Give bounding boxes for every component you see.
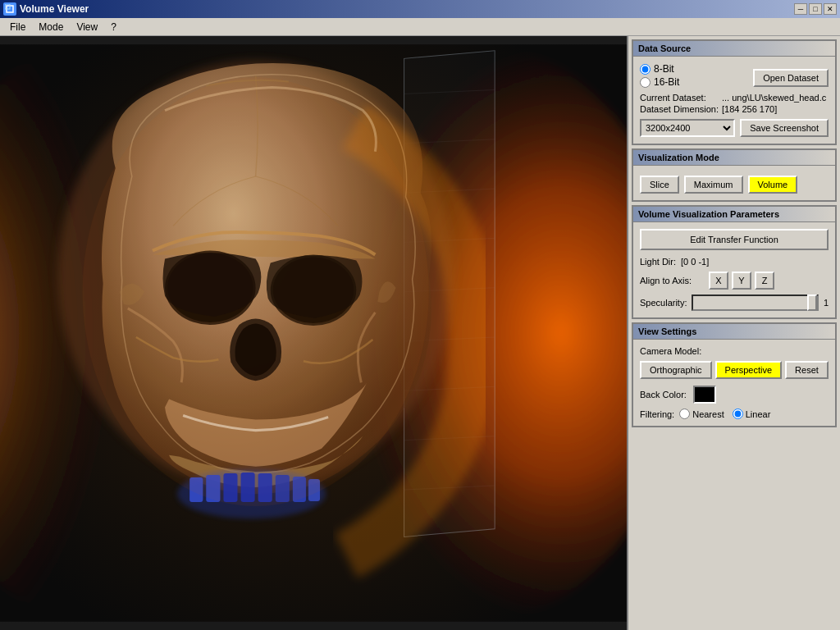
back-color-label: Back Color: [640,390,687,399]
back-color-swatch[interactable] [693,386,716,404]
edit-transfer-function-button[interactable]: Edit Transfer Function [640,229,829,250]
window-controls: ─ □ ✕ [794,3,837,15]
specularity-slider[interactable] [692,294,818,311]
back-color-row: Back Color: [640,386,829,404]
volume-params-title: Volume Visualization Parameters [633,207,835,222]
close-button[interactable]: ✕ [824,3,837,15]
menu-bar: File Mode View ? [0,18,840,36]
data-source-section: Data Source 8-Bit 16-Bit Open Dataset [632,39,837,145]
minimize-button[interactable]: ─ [794,3,807,15]
perspective-button[interactable]: Perspective [715,361,782,379]
svg-point-32 [83,77,429,506]
dataset-dimension-row: Dataset Dimension: [184 256 170] [640,104,829,114]
filtering-row: Filtering: Nearest Linear [640,409,829,419]
16bit-radio[interactable] [640,77,651,88]
linear-option: Linear [733,409,771,419]
light-dir-val: [0 0 -1] [681,257,709,267]
volume-params-section: Volume Visualization Parameters Edit Tra… [632,205,837,319]
window-title: Volume Viewer [20,3,794,15]
volume-button[interactable]: Volume [748,176,798,194]
8bit-radio[interactable] [640,64,651,75]
nearest-option: Nearest [679,409,724,419]
specularity-value: 1 [824,298,829,308]
8bit-radio-row: 8-Bit [640,63,679,75]
light-dir-key: Light Dir: [640,257,676,267]
screenshot-row: 3200x2400 640x480 800x600 840x630 1280x… [640,119,829,137]
visualization-mode-section: Visualization Mode Slice Maximum Volume [632,148,837,202]
restore-button[interactable]: □ [809,3,822,15]
view-settings-section: View Settings Camera Model: Orthographic… [632,322,837,427]
visualization-mode-title: Visualization Mode [633,150,835,166]
align-axis-row: Align to Axis: X Y Z [640,272,829,290]
camera-model-row: Camera Model: [640,346,829,356]
menu-help[interactable]: ? [104,20,123,34]
filtering-label: Filtering: [640,409,674,419]
camera-buttons: Orthographic Perspective Reset [640,361,829,379]
reset-button[interactable]: Reset [785,361,829,379]
current-dataset-key: Current Dataset: [640,93,722,103]
8bit-label: 8-Bit [654,63,674,75]
menu-mode[interactable]: Mode [32,20,70,34]
main-content: Data Source 8-Bit 16-Bit Open Dataset [0,36,840,630]
specularity-row: Specularity: 1 [640,294,829,311]
bit-depth-group: 8-Bit 16-Bit [640,63,679,88]
dataset-dimension-key: Dataset Dimension: [640,104,722,114]
16bit-radio-row: 16-Bit [640,76,679,88]
save-screenshot-button[interactable]: Save Screenshot [740,119,829,137]
viewport[interactable] [0,36,627,630]
specularity-label: Specularity: [640,298,687,308]
current-dataset-row: Current Dataset: ... ung\LU\skewed_head.… [640,93,829,103]
slice-button[interactable]: Slice [640,176,679,194]
align-axis-label: Align to Axis: [640,276,705,285]
vis-mode-buttons: Slice Maximum Volume [640,176,829,194]
skull-render [0,36,627,630]
axis-z-button[interactable]: Z [755,272,774,290]
16bit-label: 16-Bit [654,76,679,88]
title-bar: Volume Viewer ─ □ ✕ [0,0,840,18]
light-dir-row: Light Dir: [0 0 -1] [640,257,829,267]
app-icon [3,2,16,16]
data-source-title: Data Source [633,41,835,57]
resolution-select[interactable]: 3200x2400 640x480 800x600 840x630 1280x… [640,119,735,137]
dataset-dimension-val: [184 256 170] [722,104,777,114]
filtering-options: Nearest Linear [679,409,770,419]
svg-rect-1 [5,4,10,9]
axis-x-button[interactable]: X [709,272,728,290]
view-settings-title: View Settings [633,324,835,340]
menu-view[interactable]: View [70,20,104,34]
open-dataset-button[interactable]: Open Dataset [753,69,829,87]
camera-model-label: Camera Model: [640,346,701,356]
linear-radio[interactable] [733,409,743,419]
axis-y-button[interactable]: Y [732,272,751,290]
orthographic-button[interactable]: Orthographic [640,361,712,379]
menu-file[interactable]: File [3,20,32,34]
nearest-label: Nearest [692,409,724,419]
nearest-radio[interactable] [679,409,690,419]
right-panel: Data Source 8-Bit 16-Bit Open Dataset [627,36,840,630]
maximum-button[interactable]: Maximum [684,176,743,194]
linear-label: Linear [746,409,771,419]
current-dataset-val: ... ung\LU\skewed_head.c [722,93,826,103]
